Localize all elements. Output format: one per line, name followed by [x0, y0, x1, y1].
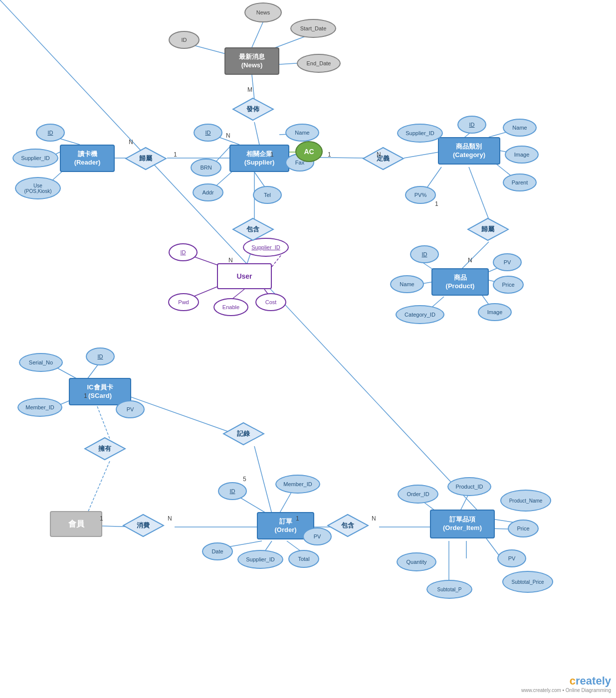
order-memberid-attr: Member_ID	[275, 475, 320, 494]
product-catid-attr: Category_ID	[396, 305, 444, 324]
svg-line-32	[469, 167, 489, 219]
cardinality-n1: N	[226, 132, 230, 139]
svg-line-3	[192, 45, 229, 55]
svg-text:發佈: 發佈	[246, 105, 260, 113]
order-supplierid-attr: Supplier_ID	[237, 550, 283, 569]
svg-line-46	[254, 446, 272, 514]
order-item-entity: 訂單品項 (Order_Item)	[430, 510, 495, 538]
news-id-attr: ID	[169, 31, 200, 49]
user-id-attr: ID	[169, 243, 198, 261]
orderitem-price-attr: Price	[508, 520, 539, 537]
supplier-tel-attr: Tel	[253, 186, 282, 204]
cardinality-n5: N	[468, 257, 472, 264]
reader-supplierid-attr: Supplier_ID	[12, 149, 58, 168]
supplier-addr-attr: Addr	[193, 183, 223, 201]
ac-node: AC	[295, 141, 323, 162]
category-parent-attr: Parent	[503, 174, 537, 191]
news-name-attr: News	[244, 2, 282, 22]
supplier-entity: 相關企業 (Supplier)	[229, 145, 289, 172]
guishu-reader-relationship: 歸屬	[125, 147, 167, 171]
reader-use-attr: Use (POS,Kiosk)	[15, 177, 61, 199]
category-supplierid-attr: Supplier_ID	[397, 124, 443, 143]
user-cost-attr: Cost	[255, 293, 286, 311]
order-total-attr: Total	[288, 550, 319, 568]
orderitem-productname-attr: Product_Name	[500, 490, 551, 512]
category-id-attr: ID	[457, 116, 486, 134]
cardinality-1g: 1	[296, 515, 299, 522]
order-id-attr: ID	[218, 482, 247, 500]
cardinality-n7: N	[372, 515, 376, 522]
news-startdate-attr: Start_Date	[290, 19, 336, 38]
orderitem-productid-attr: Product_ID	[447, 477, 491, 496]
product-price-attr: Price	[493, 276, 524, 294]
supplier-brn-attr: BRN	[191, 159, 221, 176]
reader-entity: 讀卡機 (Reader)	[60, 145, 115, 172]
svg-text:包含: 包含	[246, 225, 260, 233]
orderitem-subtotalp-attr: Subtotal_P	[426, 580, 472, 599]
svg-line-48	[87, 461, 110, 514]
orderitem-subtotalprice-attr: Subtotal_Price	[502, 571, 553, 593]
orderitem-pv-attr: PV	[497, 549, 526, 567]
scard-memberid-attr: Member_ID	[17, 398, 62, 417]
jilu-relationship: 記錄	[222, 422, 265, 446]
cardinality-1a: 1	[174, 151, 177, 158]
creately-logo: creately www.creately.com • Online Diagr…	[521, 675, 611, 693]
svg-line-31	[404, 152, 439, 158]
cardinality-1b: 1	[270, 151, 274, 158]
yongyou-relationship: 擁有	[84, 437, 126, 461]
order-date-attr: Date	[202, 542, 233, 560]
category-entity: 商品類別 (Category)	[438, 137, 500, 165]
svg-text:擁有: 擁有	[98, 445, 112, 452]
svg-line-14	[60, 139, 80, 145]
product-name-attr: Name	[390, 275, 424, 293]
cardinality-n3: N	[377, 151, 381, 158]
news-entity: 最新消息 (News)	[224, 47, 279, 75]
product-id-attr: ID	[410, 245, 439, 263]
baohanyou-order-relationship: 包含	[327, 514, 369, 537]
svg-line-47	[97, 406, 110, 439]
xiaofei-relationship: 消費	[122, 514, 165, 537]
svg-text:歸屬: 歸屬	[139, 155, 152, 162]
cardinality-m: M	[247, 86, 252, 93]
cardinality-1d: 1	[435, 200, 438, 207]
orderitem-orderid-attr: Order_ID	[398, 485, 438, 504]
cardinality-1c: 1	[328, 151, 331, 158]
guishu-category-relationship: 歸屬	[467, 217, 509, 241]
svg-text:記錄: 記錄	[237, 430, 250, 437]
svg-text:消費: 消費	[137, 522, 150, 529]
svg-line-5	[254, 122, 259, 145]
scard-serial-attr: Serial_No	[19, 353, 63, 372]
cardinality-n4: N	[228, 257, 233, 264]
cardinality-5: 5	[243, 476, 246, 483]
user-enable-attr: Enable	[213, 298, 248, 316]
user-entity: User	[217, 263, 272, 289]
scard-id-attr: ID	[86, 348, 115, 365]
svg-text:包含: 包含	[341, 522, 355, 529]
category-name-attr: Name	[503, 119, 537, 137]
product-image-attr: Image	[478, 303, 512, 321]
category-image-attr: Image	[505, 146, 539, 164]
category-pv-attr: PV%	[405, 186, 436, 204]
svg-line-0	[252, 22, 263, 47]
cardinality-1f: 1	[100, 515, 103, 522]
product-pv-attr: PV	[493, 253, 522, 271]
cardinality-n2: N	[129, 139, 133, 146]
svg-line-33	[461, 242, 489, 269]
baohanyou-supplier-relationship: 包含	[232, 217, 274, 241]
orderitem-quantity-attr: Quantity	[397, 552, 436, 571]
fabiao-relationship: 發佈	[232, 97, 274, 121]
member-entity: 會員	[50, 511, 102, 537]
dingyi-relationship: 定義	[362, 147, 405, 171]
reader-id-attr: ID	[36, 124, 65, 142]
user-pwd-attr: Pwd	[168, 293, 199, 311]
cardinality-n6: N	[168, 515, 172, 522]
er-diagram: 最新消息 (News) 相關企業 (Supplier) 讀卡機 (Reader)…	[0, 0, 616, 698]
supplier-id-attr: ID	[194, 124, 222, 142]
scard-pv-attr: PV	[116, 400, 145, 418]
scard-entity: IC會員卡 (SCard)	[69, 378, 131, 405]
news-enddate-attr: End_Date	[297, 54, 341, 73]
cardinality-1e: 1	[84, 392, 87, 399]
svg-line-22	[232, 289, 244, 299]
product-entity: 商品 (Product)	[431, 268, 489, 296]
svg-text:歸屬: 歸屬	[481, 225, 494, 233]
